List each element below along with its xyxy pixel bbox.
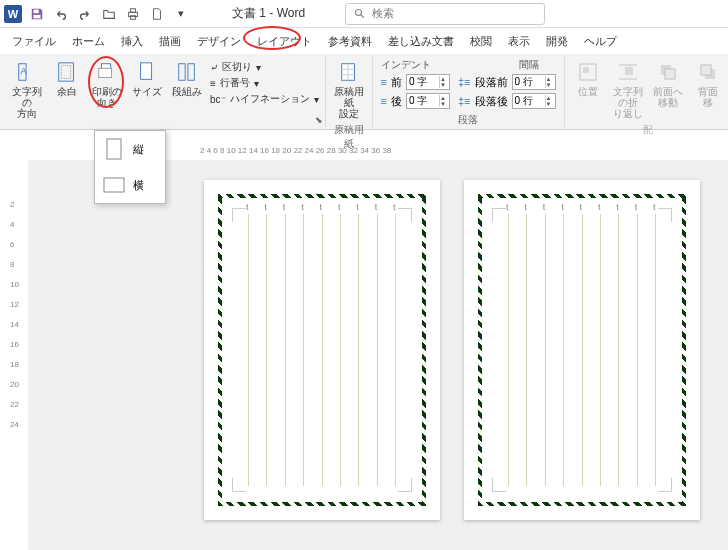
hyphenation-button[interactable]: bc⁻ハイフネーション ▾: [210, 92, 319, 106]
indent-right-icon: ≡: [381, 95, 387, 107]
save-icon[interactable]: [26, 3, 48, 25]
page-1[interactable]: [204, 180, 440, 520]
group-arrange: 位置 文字列の折 り返し 前面へ 移動 背面 移 配: [565, 56, 728, 127]
bring-forward-button[interactable]: 前面へ 移動: [649, 58, 687, 110]
margins-button[interactable]: 余白: [48, 58, 86, 99]
title-bar: W ▾ 文書 1 - Word 検索: [0, 0, 728, 28]
arrange-label: 配: [643, 121, 653, 137]
hyphenation-icon: bc⁻: [210, 94, 226, 105]
word-app-icon: W: [4, 5, 22, 23]
line-numbers-button[interactable]: ≡行番号 ▾: [210, 76, 319, 90]
menu-draw[interactable]: 描画: [151, 30, 189, 53]
space-before-spinner[interactable]: ▲▼: [512, 74, 556, 90]
size-icon: [135, 60, 159, 84]
group-page-setup: A 文字列の 方向 余白 印刷の 向き サイズ 段組み ⤶区切り ▾: [4, 56, 326, 127]
indent-heading: インデント: [381, 58, 431, 72]
columns-icon: [175, 60, 199, 84]
svg-rect-14: [179, 64, 185, 81]
svg-rect-13: [141, 63, 152, 80]
svg-rect-29: [107, 139, 121, 159]
group-genkoyoshi: 原稿用紙 設定 原稿用紙: [326, 56, 373, 127]
svg-line-6: [361, 14, 364, 17]
document-title: 文書 1 - Word: [232, 5, 305, 22]
space-after-icon: ‡≡: [458, 95, 471, 107]
page-content: [228, 204, 416, 496]
menu-mailings[interactable]: 差し込み文書: [380, 30, 462, 53]
svg-rect-28: [701, 65, 711, 75]
text-direction-button[interactable]: A 文字列の 方向: [8, 58, 46, 121]
margins-icon: [55, 60, 79, 84]
size-button[interactable]: サイズ: [128, 58, 166, 99]
svg-rect-15: [188, 64, 194, 81]
search-icon: [354, 8, 366, 20]
menu-review[interactable]: 校閲: [462, 30, 500, 53]
search-placeholder: 検索: [372, 6, 394, 21]
menu-references[interactable]: 参考資料: [320, 30, 380, 53]
open-icon[interactable]: [98, 3, 120, 25]
orientation-button[interactable]: 印刷の 向き: [88, 58, 126, 110]
qat-more-icon[interactable]: ▾: [170, 3, 192, 25]
undo-icon[interactable]: [50, 3, 72, 25]
wrap-text-button[interactable]: 文字列の折 り返し: [609, 58, 647, 121]
breaks-button[interactable]: ⤶区切り ▾: [210, 60, 319, 74]
orientation-dropdown: 縦 横: [94, 130, 166, 204]
genkoyoshi-icon: [337, 60, 361, 84]
indent-right-spinner[interactable]: ▲▼: [406, 93, 450, 109]
orientation-portrait[interactable]: 縦: [95, 131, 165, 167]
quick-access-toolbar: ▾: [26, 3, 192, 25]
redo-icon[interactable]: [74, 3, 96, 25]
page-content: [488, 204, 676, 496]
menu-developer[interactable]: 開発: [538, 30, 576, 53]
print-icon[interactable]: [122, 3, 144, 25]
ribbon: A 文字列の 方向 余白 印刷の 向き サイズ 段組み ⤶区切り ▾: [0, 54, 728, 130]
svg-rect-12: [99, 68, 112, 77]
bring-forward-icon: [656, 60, 680, 84]
columns-button[interactable]: 段組み: [168, 58, 206, 99]
wrap-icon: [616, 60, 640, 84]
line-numbers-icon: ≡: [210, 78, 216, 89]
svg-text:A: A: [21, 66, 28, 76]
position-icon: [576, 60, 600, 84]
orientation-icon: [95, 60, 119, 84]
menu-layout[interactable]: レイアウト: [249, 30, 320, 53]
new-doc-icon[interactable]: [146, 3, 168, 25]
paragraph-label: 段落: [377, 111, 560, 127]
svg-point-5: [356, 9, 362, 15]
landscape-page-icon: [103, 173, 125, 197]
page-2[interactable]: [464, 180, 700, 520]
send-backward-button[interactable]: 背面 移: [689, 58, 727, 110]
menu-view[interactable]: 表示: [500, 30, 538, 53]
text-direction-icon: A: [15, 60, 39, 84]
menu-insert[interactable]: 挿入: [113, 30, 151, 53]
document-canvas[interactable]: [28, 160, 728, 550]
indent-left-spinner[interactable]: ▲▼: [406, 74, 450, 90]
menu-file[interactable]: ファイル: [4, 30, 64, 53]
indent-left-icon: ≡: [381, 76, 387, 88]
menu-design[interactable]: デザイン: [189, 30, 249, 53]
portrait-page-icon: [103, 137, 125, 161]
space-after-spinner[interactable]: ▲▼: [512, 93, 556, 109]
spacing-heading: 間隔: [519, 58, 539, 72]
svg-rect-30: [104, 178, 124, 192]
svg-rect-0: [34, 9, 39, 13]
breaks-icon: ⤶: [210, 62, 218, 73]
position-button[interactable]: 位置: [569, 58, 607, 99]
menu-bar: ファイル ホーム 挿入 描画 デザイン レイアウト 参考資料 差し込み文書 校閲…: [0, 28, 728, 54]
search-box[interactable]: 検索: [345, 3, 545, 25]
group-paragraph: インデント 間隔 ≡前 ▲▼ ≡後 ▲▼ ‡≡段落前 ▲▼ ‡≡段落後 ▲▼ 段…: [373, 56, 565, 127]
send-backward-icon: [696, 60, 720, 84]
svg-rect-22: [625, 67, 633, 75]
vertical-ruler[interactable]: 24681012141618202224: [10, 200, 24, 429]
svg-rect-3: [130, 8, 135, 12]
menu-help[interactable]: ヘルプ: [576, 30, 625, 53]
svg-rect-21: [583, 67, 589, 73]
orientation-landscape[interactable]: 横: [95, 167, 165, 203]
svg-rect-10: [62, 66, 71, 79]
menu-home[interactable]: ホーム: [64, 30, 113, 53]
svg-rect-1: [34, 14, 41, 18]
space-before-icon: ‡≡: [458, 76, 471, 88]
svg-rect-26: [665, 69, 675, 79]
horizontal-ruler[interactable]: 2 4 6 8 10 12 14 16 18 20 22 24 26 28 30…: [200, 146, 728, 160]
page-setup-launcher-icon[interactable]: ⬊: [315, 115, 323, 125]
genkoyoshi-button[interactable]: 原稿用紙 設定: [330, 58, 368, 121]
